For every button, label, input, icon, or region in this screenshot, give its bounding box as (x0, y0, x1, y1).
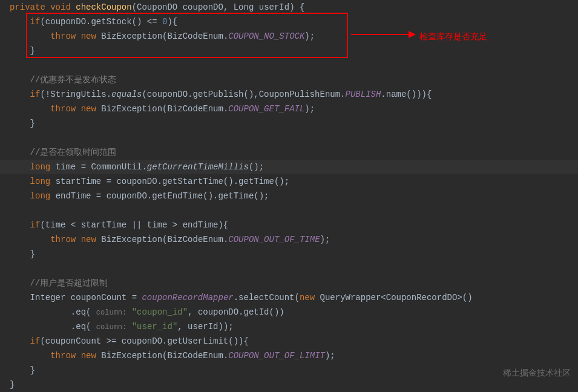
code-line: .eq( column: "coupon_id", couponDO.getId… (0, 305, 578, 319)
code-line (0, 131, 578, 145)
method-name: checkCoupon (76, 2, 131, 12)
code-line: throw new BizException(BizCodeEnum.COUPO… (0, 232, 578, 247)
code-line: } (0, 116, 578, 131)
code-line: if(couponCount >= couponDO.getUserLimit(… (0, 334, 578, 348)
arrow-head-icon (409, 31, 416, 38)
watermark-text: 稀土掘金技术社区 (503, 365, 571, 380)
code-line: long startTime = couponDO.getStartTime()… (0, 174, 578, 189)
code-line: if(time < startTime || time > endTime){ (0, 218, 578, 232)
code-line: } (0, 247, 578, 261)
code-editor[interactable]: private void checkCoupon(CouponDO coupon… (0, 0, 578, 392)
kw-void: void (50, 2, 71, 12)
code-line: //优惠券不是发布状态 (0, 73, 578, 87)
code-line (0, 203, 578, 218)
annotation-text: 检查库存是否充足 (419, 29, 487, 44)
code-line: } (0, 363, 578, 377)
code-line (0, 58, 578, 73)
code-line: long time = CommonUtil.getCurrentTimeMil… (0, 160, 578, 174)
code-line: } (0, 44, 578, 58)
code-line: if(!StringUtils.equals(couponDO.getPubli… (0, 87, 578, 102)
kw-private: private (10, 2, 45, 12)
arrow-line (351, 34, 415, 35)
code-line: } (0, 377, 578, 392)
code-line: throw new BizException(BizCodeEnum.COUPO… (0, 29, 578, 44)
code-line: .eq( column: "user_id", userId)); (0, 319, 578, 334)
code-line: throw new BizException(BizCodeEnum.COUPO… (0, 102, 578, 116)
code-line: //用户是否超过限制 (0, 276, 578, 290)
code-line: throw new BizException(BizCodeEnum.COUPO… (0, 348, 578, 363)
code-line: long endTime = couponDO.getEndTime().get… (0, 189, 578, 203)
code-line: Integer couponCount = couponRecordMapper… (0, 290, 578, 305)
code-line: if(couponDO.getStock() <= 0){ (0, 15, 578, 29)
code-line (0, 261, 578, 276)
code-line: //是否在领取时间范围 (0, 145, 578, 160)
code-line: private void checkCoupon(CouponDO coupon… (0, 0, 578, 15)
